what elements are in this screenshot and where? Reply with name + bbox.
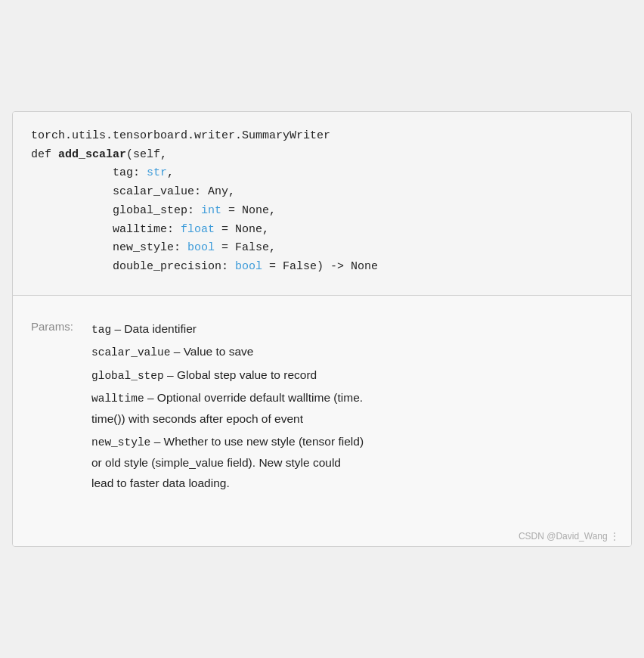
param-desc-scalar: – Value to save	[174, 345, 254, 358]
function-name: add_scalar	[58, 148, 126, 161]
param-name-walltime: walltime	[91, 393, 144, 405]
param-row-walltime: walltime – Optional override default wal…	[91, 387, 613, 430]
param-name-newstyle: new_style	[91, 436, 150, 448]
code-section: torch.utils.tensorboard.writer.SummaryWr…	[13, 112, 631, 296]
param-name-step: global_step	[91, 370, 164, 382]
params-table: Params: tag – Data identifier scalar_val…	[31, 318, 613, 495]
module-path: torch.utils.tensorboard.writer.SummaryWr…	[31, 129, 330, 142]
code-block: torch.utils.tensorboard.writer.SummaryWr…	[31, 127, 613, 277]
param-row-scalar: scalar_value – Value to save	[91, 341, 613, 362]
type-float: float	[181, 223, 215, 236]
params-label: Params:	[31, 318, 91, 495]
type-bool-2: bool	[235, 260, 262, 273]
params-content: tag – Data identifier scalar_value – Val…	[91, 318, 613, 495]
type-int: int	[201, 204, 221, 217]
param-row-newstyle: new_style – Whether to use new style (te…	[91, 431, 613, 494]
param-row-tag: tag – Data identifier	[91, 318, 613, 340]
params-section: Params: tag – Data identifier scalar_val…	[13, 296, 631, 525]
param-name-scalar: scalar_value	[91, 346, 170, 358]
param-desc-tag: – Data identifier	[114, 322, 197, 335]
type-str: str	[147, 166, 167, 179]
param-desc-step: – Global step value to record	[167, 368, 317, 381]
type-bool-1: bool	[187, 241, 215, 254]
param-row-step: global_step – Global step value to recor…	[91, 365, 613, 386]
watermark-dots: ⋮	[610, 531, 619, 542]
watermark-bar: CSDN @David_Wang ⋮	[13, 525, 631, 546]
def-keyword: def	[31, 148, 58, 161]
watermark-text: CSDN @David_Wang	[519, 531, 608, 542]
param-name-tag: tag	[91, 324, 111, 336]
documentation-card: torch.utils.tensorboard.writer.SummaryWr…	[12, 111, 632, 547]
